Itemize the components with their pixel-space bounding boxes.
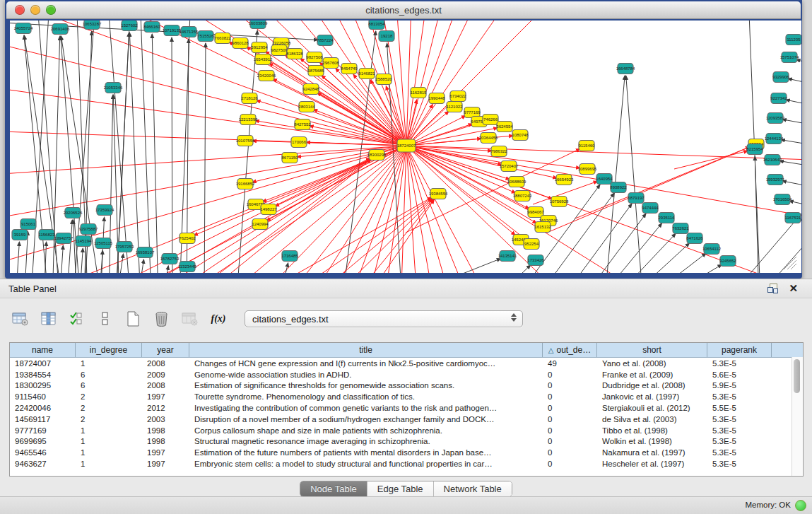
graph-node[interactable]: 8454749 xyxy=(341,64,358,74)
graph-node-hub[interactable]: 18724007 xyxy=(397,139,416,152)
graph-node[interactable]: 952254 xyxy=(524,239,539,250)
graph-node[interactable]: 11323445 xyxy=(178,262,197,272)
table-row[interactable]: 1830029562008Estimation of significance … xyxy=(10,380,803,392)
graph-node[interactable]: 18807243 xyxy=(513,191,532,201)
graph-node[interactable]: 16033809 xyxy=(249,21,268,29)
graph-node[interactable]: 92975887 xyxy=(79,224,98,235)
graph-node[interactable]: 17016504 xyxy=(773,194,792,205)
table-scrollbar-thumb[interactable] xyxy=(794,359,800,393)
tab-edge-table[interactable]: Edge Table xyxy=(367,481,434,496)
zoom-window-button[interactable] xyxy=(46,5,56,15)
graph-node[interactable]: 19218 xyxy=(379,31,394,42)
table-selector-dropdown[interactable]: citations_edges.txt xyxy=(245,310,523,327)
graph-node[interactable]: 6879197 xyxy=(628,193,645,204)
graph-node[interactable]: 16210643 xyxy=(763,155,782,165)
column-header-year[interactable]: year xyxy=(142,343,189,357)
graph-node[interactable]: 15751074 xyxy=(780,52,799,63)
graph-node[interactable]: 8471626 xyxy=(686,233,703,244)
function-builder-icon[interactable]: f(x) xyxy=(209,310,228,327)
table-row[interactable]: 2242004622012Investigating the contribut… xyxy=(10,402,803,414)
row-height-icon[interactable] xyxy=(96,310,114,327)
graph-node[interactable]: 12093582 xyxy=(766,113,785,124)
graph-node[interactable]: 1527602 xyxy=(121,21,138,31)
graph-node[interactable]: 18300295 xyxy=(367,150,387,160)
graph-node[interactable]: 19166852 xyxy=(236,179,255,189)
table-row[interactable]: 969969511998Structural magnetic resonanc… xyxy=(10,436,803,448)
graph-node[interactable]: 16782753 xyxy=(160,254,180,264)
network-canvas[interactable]: 1872400776638229860128591295416543912232… xyxy=(10,21,801,273)
graph-node[interactable]: 170066 xyxy=(291,137,307,148)
graph-node[interactable]: 9245652 xyxy=(719,256,736,267)
graph-node[interactable]: 16958107 xyxy=(136,247,155,258)
tab-node-table[interactable]: Node Table xyxy=(300,481,367,496)
window-titlebar[interactable]: citations_edges.txt xyxy=(6,1,801,19)
graph-node[interactable]: 10899695 xyxy=(578,164,597,175)
graph-node[interactable]: 9827509 xyxy=(271,45,288,56)
graph-node[interactable]: 9329906 xyxy=(772,72,789,83)
graph-node[interactable]: 10107554 xyxy=(236,136,255,146)
graph-node[interactable]: 14671355 xyxy=(180,27,199,37)
graph-node[interactable]: 20691406 xyxy=(51,24,70,35)
graph-node[interactable]: 9827508 xyxy=(306,52,323,63)
graph-node[interactable]: 10653287 xyxy=(83,21,102,30)
table-row[interactable]: 946554611997Estimation of the future num… xyxy=(10,447,803,458)
graph-node[interactable]: 1080748 xyxy=(512,130,529,141)
minimize-window-button[interactable] xyxy=(30,5,40,15)
graph-node[interactable]: 1162815 xyxy=(411,88,428,98)
graph-node[interactable]: 6734022 xyxy=(449,91,466,102)
column-header-pagerank[interactable]: pagerank xyxy=(707,343,772,357)
graph-node[interactable]: 23420046 xyxy=(257,71,276,81)
graph-node[interactable]: 10756928 xyxy=(550,197,569,207)
graph-node[interactable]: 7986322 xyxy=(490,146,507,157)
graph-node[interactable]: 7857224 xyxy=(317,35,334,46)
table-row[interactable]: 977716911998Corpus callosum shape and si… xyxy=(10,425,803,436)
graph-node[interactable]: 2967608 xyxy=(322,58,339,69)
graph-node[interactable]: 2588520 xyxy=(375,74,392,85)
graph-node[interactable]: 20364456 xyxy=(479,133,498,144)
graph-node[interactable]: 1145194 xyxy=(76,236,93,247)
graph-node[interactable]: 1498227 xyxy=(260,204,277,215)
graph-node[interactable]: 8466160 xyxy=(143,22,160,33)
graph-node[interactable]: 14135141 xyxy=(498,251,517,262)
column-header-short[interactable]: short xyxy=(597,343,707,357)
graph-node[interactable]: 13942757 xyxy=(54,233,73,244)
column-header-out_degree[interactable]: △out_de… xyxy=(543,343,597,357)
graph-node[interactable]: 1716485 xyxy=(281,251,298,262)
column-header-in_degree[interactable]: in_degree xyxy=(76,343,142,357)
graph-node[interactable]: 8427552 xyxy=(294,119,311,130)
graph-node[interactable]: 39159 xyxy=(12,230,28,240)
graph-node[interactable]: 8186328 xyxy=(286,49,303,59)
select-columns-icon[interactable] xyxy=(68,310,86,327)
graph-node[interactable]: 24055724 xyxy=(14,23,33,34)
graph-node[interactable]: 1121022 xyxy=(447,102,464,112)
column-header-title[interactable]: title xyxy=(189,343,543,357)
graph-node[interactable]: 7632621 xyxy=(672,223,689,234)
graph-node[interactable]: 9860128 xyxy=(232,38,249,49)
graph-node[interactable]: 10688609 xyxy=(507,177,526,187)
graph-node[interactable]: 9146821 xyxy=(358,69,375,79)
table-row[interactable]: 911546021997Tourette syndrome. Phenomeno… xyxy=(10,391,803,402)
graph-node[interactable]: 17359924 xyxy=(95,205,114,216)
graph-node[interactable]: 1167531 xyxy=(785,213,801,223)
tab-network-table[interactable]: Network Table xyxy=(434,481,512,496)
graph-node[interactable]: 8938922 xyxy=(610,182,627,193)
table-row[interactable]: 1872400712008Changes of HCN gene express… xyxy=(10,358,803,369)
graph-node[interactable]: 9227342 xyxy=(770,93,787,104)
graph-node[interactable]: 5912954 xyxy=(251,42,268,53)
graph-node[interactable]: 9474444 xyxy=(642,203,659,214)
graph-node[interactable]: 12444124 xyxy=(765,134,784,144)
graph-node[interactable]: 9875685 xyxy=(307,66,324,76)
graph-node[interactable]: 20206526 xyxy=(64,208,83,218)
graph-node[interactable]: 8215954 xyxy=(746,144,763,155)
graph-node[interactable]: 3624554 xyxy=(496,122,513,132)
column-header-name[interactable]: name xyxy=(10,343,76,357)
graph-node[interactable]: 915061 xyxy=(20,219,36,230)
graph-node[interactable]: 16648784 xyxy=(616,64,635,74)
float-panel-icon[interactable] xyxy=(767,284,778,293)
graph-node[interactable]: 12213398 xyxy=(239,115,258,125)
graph-node[interactable]: 7625402 xyxy=(179,233,196,244)
graph-node[interactable]: 15720407 xyxy=(500,161,519,172)
graph-node[interactable]: 21053346 xyxy=(104,83,123,93)
table-row[interactable]: 946362711997Embryonic stem cells: a mode… xyxy=(10,458,803,469)
graph-node[interactable]: 10654112 xyxy=(702,244,722,255)
